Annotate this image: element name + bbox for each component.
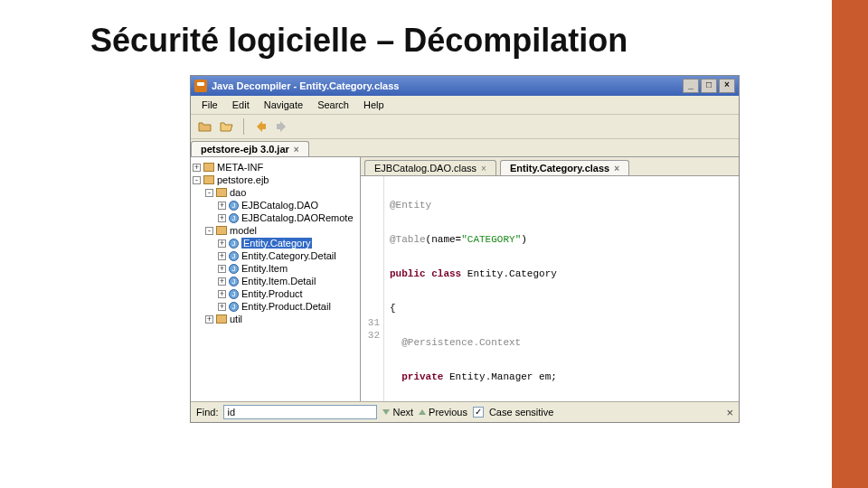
expand-toggle[interactable]: + xyxy=(218,214,226,222)
close-window-button[interactable]: × xyxy=(719,79,735,93)
findbar: Find: Next Previous ✓ Case sensitive × xyxy=(191,401,739,422)
expand-toggle[interactable]: - xyxy=(205,227,213,235)
toolbar xyxy=(191,115,739,139)
back-button[interactable] xyxy=(251,117,269,136)
tree-node[interactable]: model xyxy=(230,225,257,236)
expand-toggle[interactable]: + xyxy=(218,265,226,273)
open-file-button[interactable] xyxy=(218,117,236,136)
menu-search[interactable]: Search xyxy=(310,98,356,112)
folder-icon xyxy=(198,119,212,134)
close-findbar-button[interactable]: × xyxy=(726,406,733,419)
toolbar-separator xyxy=(243,118,244,135)
code-text[interactable]: @Entity @Table(name="CATEGORY") public c… xyxy=(384,176,739,401)
class-icon xyxy=(229,239,239,249)
case-sensitive-label: Case sensitive xyxy=(489,407,554,418)
tree-node[interactable]: petstore.ejb xyxy=(217,174,269,185)
tree-node[interactable]: util xyxy=(230,314,242,324)
find-label: Find: xyxy=(196,407,218,418)
class-icon xyxy=(229,201,239,211)
expand-toggle[interactable]: + xyxy=(218,239,226,248)
line-gutter: 31 32 xyxy=(361,176,384,401)
class-icon xyxy=(229,213,239,223)
menu-file[interactable]: File xyxy=(194,98,225,112)
close-tab-icon[interactable]: × xyxy=(614,164,619,174)
app-body: +META-INF -petstore.ejb -dao +EJBCatalog… xyxy=(191,157,739,401)
project-tabstrip: petstore-ejb 3.0.jar × xyxy=(191,139,739,157)
arrow-left-icon xyxy=(253,119,268,134)
line-number: 32 xyxy=(361,330,380,343)
package-tree[interactable]: +META-INF -petstore.ejb -dao +EJBCatalog… xyxy=(191,157,361,401)
arrow-down-icon xyxy=(382,409,390,415)
tree-node[interactable]: dao xyxy=(230,187,246,198)
expand-toggle[interactable]: + xyxy=(218,303,226,311)
tree-node[interactable]: Entity.Category.Detail xyxy=(241,250,336,261)
editor-tabstrip: EJBCatalog.DAO.class × Entity.Category.c… xyxy=(361,157,739,176)
slide: Sécurité logicielle – Décompilation Java… xyxy=(0,0,832,488)
expand-toggle[interactable]: + xyxy=(218,252,226,260)
case-sensitive-checkbox[interactable]: ✓ xyxy=(473,407,484,418)
minimize-button[interactable]: _ xyxy=(683,79,699,93)
expand-toggle[interactable]: - xyxy=(205,189,213,197)
accent-bar xyxy=(832,0,868,488)
close-tab-icon[interactable]: × xyxy=(294,145,299,155)
package-icon xyxy=(216,188,227,197)
slide-title: Sécurité logicielle – Décompilation xyxy=(90,22,796,59)
arrow-up-icon xyxy=(419,409,426,415)
expand-toggle[interactable]: + xyxy=(218,277,226,286)
code-editor[interactable]: 31 32 @Entity @Table(name="CATEGORY") pu… xyxy=(361,176,739,401)
package-icon xyxy=(203,175,214,184)
tree-node[interactable]: EJBCatalog.DAORemote xyxy=(241,212,354,223)
app-window: Java Decompiler - Entity.Category.class … xyxy=(190,75,740,423)
package-icon xyxy=(216,226,227,235)
project-tab[interactable]: petstore-ejb 3.0.jar × xyxy=(191,141,309,156)
menu-navigate[interactable]: Navigate xyxy=(257,98,310,112)
maximize-button[interactable]: □ xyxy=(701,79,717,93)
class-icon xyxy=(229,277,239,286)
menu-help[interactable]: Help xyxy=(356,98,392,112)
find-previous-button[interactable]: Previous xyxy=(419,407,467,418)
app-icon xyxy=(194,80,207,92)
folder-open-icon xyxy=(220,119,234,134)
editor-panel: EJBCatalog.DAO.class × Entity.Category.c… xyxy=(361,157,739,401)
editor-tab-active[interactable]: Entity.Category.class × xyxy=(500,160,629,175)
tree-node[interactable]: Entity.Product.Detail xyxy=(241,301,331,312)
tree-node[interactable]: EJBCatalog.DAO xyxy=(241,200,318,211)
tree-node[interactable]: Entity.Item.Detail xyxy=(241,276,316,286)
tree-node[interactable]: META-INF xyxy=(217,162,263,173)
editor-tab-label: EJBCatalog.DAO.class xyxy=(374,163,476,174)
close-tab-icon[interactable]: × xyxy=(481,164,486,174)
tree-node[interactable]: Entity.Product xyxy=(241,288,303,299)
forward-button[interactable] xyxy=(273,117,291,136)
tree-node-selected[interactable]: Entity.Category xyxy=(241,238,312,249)
class-icon xyxy=(229,302,239,312)
line-number: 31 xyxy=(361,317,380,330)
class-icon xyxy=(229,251,239,261)
open-folder-button[interactable] xyxy=(196,117,214,136)
editor-tab-label: Entity.Category.class xyxy=(510,163,609,174)
window-title: Java Decompiler - Entity.Category.class xyxy=(212,80,399,91)
class-icon xyxy=(229,264,239,274)
expand-toggle[interactable]: + xyxy=(218,290,226,298)
find-input[interactable] xyxy=(223,405,377,419)
expand-toggle[interactable]: + xyxy=(218,202,226,210)
titlebar[interactable]: Java Decompiler - Entity.Category.class … xyxy=(191,76,739,96)
editor-tab-inactive[interactable]: EJBCatalog.DAO.class × xyxy=(364,160,496,175)
find-next-button[interactable]: Next xyxy=(382,407,413,418)
expand-toggle[interactable]: - xyxy=(193,176,201,184)
package-icon xyxy=(203,163,214,172)
menu-edit[interactable]: Edit xyxy=(225,98,257,112)
project-tab-label: petstore-ejb 3.0.jar xyxy=(201,144,289,155)
expand-toggle[interactable]: + xyxy=(193,164,201,172)
expand-toggle[interactable]: + xyxy=(205,315,213,324)
tree-node[interactable]: Entity.Item xyxy=(241,263,288,274)
class-icon xyxy=(229,289,239,299)
package-icon xyxy=(216,314,227,324)
menubar: File Edit Navigate Search Help xyxy=(191,96,739,115)
arrow-right-icon xyxy=(275,119,289,134)
